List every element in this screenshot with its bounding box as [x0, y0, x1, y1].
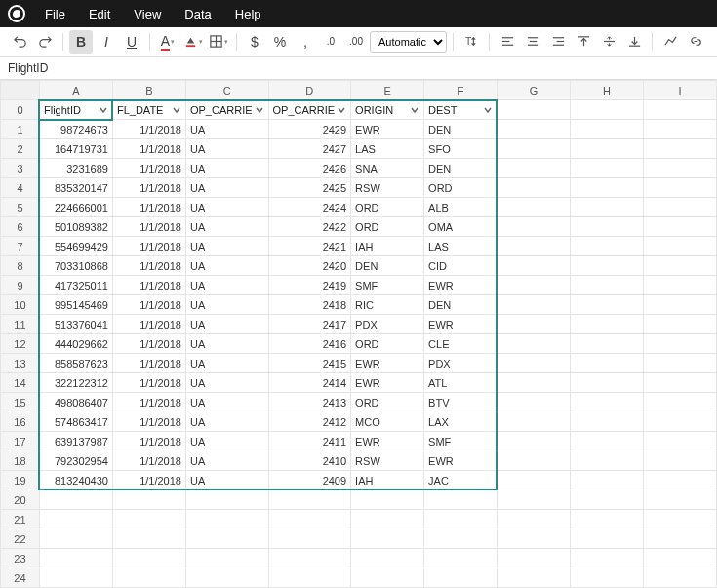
- align-left-button[interactable]: [496, 30, 519, 54]
- cell[interactable]: CID: [424, 256, 498, 276]
- cell[interactable]: [424, 490, 498, 510]
- cell[interactable]: [643, 100, 716, 120]
- row-header[interactable]: 0: [1, 100, 40, 120]
- cell[interactable]: [643, 159, 716, 178]
- valign-bottom-button[interactable]: [622, 30, 646, 54]
- cell[interactable]: 164719731: [39, 139, 112, 159]
- cell[interactable]: 2420: [268, 256, 351, 276]
- column-header-C[interactable]: C: [185, 81, 268, 100]
- cell[interactable]: [351, 529, 424, 549]
- cell[interactable]: [185, 490, 268, 510]
- cell[interactable]: [498, 120, 571, 139]
- cell[interactable]: [571, 159, 644, 178]
- cell[interactable]: 1/1/2018: [112, 120, 185, 139]
- cell[interactable]: EWR: [351, 354, 424, 373]
- cell[interactable]: ORD: [351, 217, 424, 237]
- cell[interactable]: 1/1/2018: [112, 393, 185, 412]
- row-header[interactable]: 2: [1, 139, 40, 159]
- cell[interactable]: [39, 510, 112, 529]
- filter-dropdown-icon[interactable]: [483, 105, 493, 115]
- cell[interactable]: UA: [185, 120, 268, 139]
- cell[interactable]: UA: [185, 432, 268, 451]
- cell[interactable]: 858587623: [39, 354, 112, 373]
- cell[interactable]: [424, 529, 498, 549]
- cell[interactable]: 1/1/2018: [112, 412, 185, 432]
- menu-edit[interactable]: Edit: [79, 3, 120, 25]
- cell[interactable]: LAX: [424, 412, 498, 432]
- cell[interactable]: 995145469: [39, 295, 112, 315]
- italic-button[interactable]: I: [95, 30, 118, 54]
- valign-middle-button[interactable]: [597, 30, 620, 54]
- cell[interactable]: [268, 549, 351, 568]
- cell[interactable]: [498, 178, 571, 198]
- cell[interactable]: [498, 529, 571, 549]
- cell[interactable]: [571, 120, 644, 139]
- cell[interactable]: 2424: [268, 198, 351, 217]
- cell[interactable]: LAS: [351, 139, 424, 159]
- cell[interactable]: 574863417: [39, 412, 112, 432]
- cell[interactable]: UA: [185, 315, 268, 334]
- menu-view[interactable]: View: [124, 3, 171, 25]
- column-header-A[interactable]: A: [39, 81, 112, 100]
- cell[interactable]: 3231689: [39, 159, 112, 178]
- cell[interactable]: [351, 568, 424, 588]
- row-header[interactable]: 6: [1, 217, 40, 237]
- cell[interactable]: DEST: [424, 100, 498, 120]
- row-header[interactable]: 19: [1, 471, 40, 490]
- number-format-select[interactable]: Automatic: [370, 31, 447, 53]
- cell[interactable]: UA: [185, 334, 268, 354]
- cell[interactable]: UA: [185, 159, 268, 178]
- valign-top-button[interactable]: [572, 30, 595, 54]
- cell[interactable]: [571, 490, 644, 510]
- menu-data[interactable]: Data: [175, 3, 220, 25]
- column-header-B[interactable]: B: [112, 81, 185, 100]
- cell[interactable]: FL_DATE: [112, 100, 185, 120]
- cell[interactable]: [39, 529, 112, 549]
- cell[interactable]: 835320147: [39, 178, 112, 198]
- cell[interactable]: [571, 217, 644, 237]
- cell[interactable]: OMA: [424, 217, 498, 237]
- cell[interactable]: [185, 568, 268, 588]
- cell[interactable]: [643, 237, 716, 256]
- cell[interactable]: 444029662: [39, 334, 112, 354]
- cell[interactable]: 1/1/2018: [112, 295, 185, 315]
- cell[interactable]: 1/1/2018: [112, 237, 185, 256]
- filter-dropdown-icon[interactable]: [172, 105, 181, 115]
- cell[interactable]: DEN: [424, 120, 498, 139]
- column-header-F[interactable]: F: [424, 81, 498, 100]
- cell[interactable]: 1/1/2018: [112, 217, 185, 237]
- cell[interactable]: [498, 276, 571, 295]
- column-header-H[interactable]: H: [571, 81, 644, 100]
- cell[interactable]: [112, 529, 185, 549]
- cell[interactable]: [643, 373, 716, 393]
- cell[interactable]: 2427: [268, 139, 351, 159]
- cell[interactable]: EWR: [424, 451, 498, 471]
- cell[interactable]: RIC: [351, 295, 424, 315]
- borders-button[interactable]: ▾: [207, 30, 230, 54]
- cell[interactable]: [643, 412, 716, 432]
- row-header[interactable]: 18: [1, 451, 40, 471]
- cell[interactable]: [571, 451, 644, 471]
- fill-color-button[interactable]: ▾: [181, 30, 205, 54]
- cell[interactable]: MCO: [351, 412, 424, 432]
- currency-button[interactable]: $: [243, 30, 266, 54]
- cell[interactable]: 1/1/2018: [112, 373, 185, 393]
- align-right-button[interactable]: [546, 30, 570, 54]
- cell[interactable]: LAS: [424, 237, 498, 256]
- cell[interactable]: 2415: [268, 354, 351, 373]
- cell[interactable]: [643, 120, 716, 139]
- cell[interactable]: [351, 510, 424, 529]
- cell[interactable]: ORIGIN: [351, 100, 424, 120]
- cell[interactable]: 703310868: [39, 256, 112, 276]
- cell[interactable]: EWR: [351, 373, 424, 393]
- cell[interactable]: [498, 295, 571, 315]
- cell[interactable]: [498, 100, 571, 120]
- cell[interactable]: EWR: [351, 432, 424, 451]
- row-header[interactable]: 21: [1, 510, 40, 529]
- cell[interactable]: IAH: [351, 471, 424, 490]
- filter-dropdown-icon[interactable]: [337, 105, 346, 115]
- cell[interactable]: 224666001: [39, 198, 112, 217]
- cell[interactable]: 1/1/2018: [112, 432, 185, 451]
- cell[interactable]: UA: [185, 217, 268, 237]
- cell[interactable]: [571, 334, 644, 354]
